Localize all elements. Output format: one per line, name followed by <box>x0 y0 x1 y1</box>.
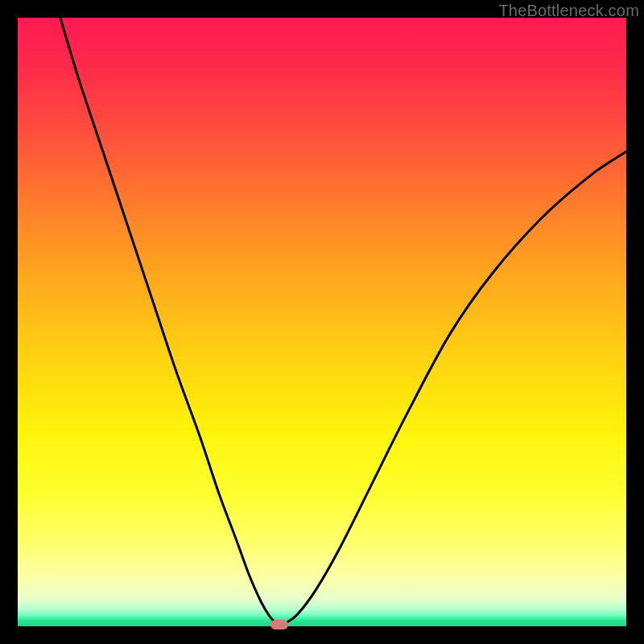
bottleneck-curve <box>18 18 626 626</box>
curve-right-branch <box>286 151 626 623</box>
chart-plot-area <box>18 18 626 626</box>
curve-left-branch <box>60 18 276 623</box>
optimum-marker <box>270 620 288 630</box>
watermark-text: TheBottleneck.com <box>498 2 639 20</box>
